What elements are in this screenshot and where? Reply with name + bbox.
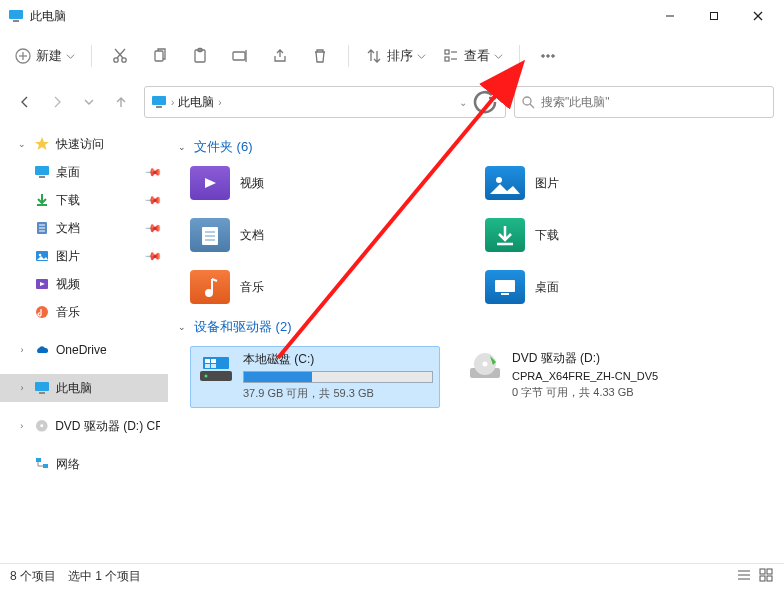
minimize-button[interactable] (648, 0, 692, 32)
details-view-button[interactable] (736, 567, 752, 586)
chevron-down-icon: ⌄ (178, 142, 190, 152)
large-icons-view-button[interactable] (758, 567, 774, 586)
svg-rect-29 (35, 166, 49, 175)
cut-button[interactable] (102, 39, 138, 73)
svg-rect-25 (152, 96, 166, 105)
sidebar-item-desktop[interactable]: 桌面 📌 (0, 158, 168, 186)
folder-label: 下载 (535, 227, 559, 244)
group-label: 设备和驱动器 (2) (194, 318, 292, 336)
title-bar: 此电脑 (0, 0, 784, 32)
nav-row: › 此电脑 › ⌄ (0, 80, 784, 124)
folder-desktop[interactable]: 桌面 (485, 270, 780, 304)
downloads-folder-icon (485, 218, 525, 252)
folder-pictures[interactable]: 图片 (485, 166, 780, 200)
svg-rect-66 (760, 569, 765, 574)
sidebar-item-videos[interactable]: 视频 (0, 270, 168, 298)
svg-point-10 (122, 58, 126, 62)
chevron-right-icon: › (171, 97, 174, 108)
recent-button[interactable] (74, 87, 104, 117)
documents-folder-icon (190, 218, 230, 252)
group-devices-header[interactable]: ⌄ 设备和驱动器 (2) (178, 318, 780, 336)
sidebar-item-downloads[interactable]: 下载 📌 (0, 186, 168, 214)
folder-music[interactable]: 音乐 (190, 270, 485, 304)
refresh-button[interactable] (471, 88, 499, 116)
sidebar-item-music[interactable]: 音乐 (0, 298, 168, 326)
svg-rect-56 (205, 359, 210, 363)
svg-rect-39 (35, 382, 49, 391)
sidebar-item-documents[interactable]: 文档 📌 (0, 214, 168, 242)
sidebar-dvd[interactable]: › DVD 驱动器 (D:) CP (0, 412, 168, 440)
folder-videos[interactable]: 视频 (190, 166, 485, 200)
copy-button[interactable] (142, 39, 178, 73)
cloud-icon (34, 342, 50, 358)
maximize-button[interactable] (692, 0, 736, 32)
dropdown-icon[interactable]: ⌄ (459, 97, 467, 108)
videos-icon (34, 276, 50, 292)
sidebar-item-pictures[interactable]: 图片 📌 (0, 242, 168, 270)
disc-icon (34, 418, 50, 434)
share-button[interactable] (262, 39, 298, 73)
rename-button[interactable] (222, 39, 258, 73)
search-box[interactable] (514, 86, 774, 118)
svg-point-38 (36, 306, 48, 318)
svg-point-45 (496, 177, 502, 183)
back-button[interactable] (10, 87, 40, 117)
sidebar-item-label: 文档 (56, 220, 80, 237)
more-button[interactable] (530, 39, 566, 73)
up-button[interactable] (106, 87, 136, 117)
group-folders-header[interactable]: ⌄ 文件夹 (6) (178, 138, 780, 156)
sidebar-network[interactable]: › 网络 (0, 450, 168, 478)
svg-rect-59 (211, 364, 216, 368)
pin-icon: 📌 (143, 218, 162, 237)
capacity-bar (243, 371, 433, 383)
sidebar-item-label: 桌面 (56, 164, 80, 181)
sidebar-thispc[interactable]: › 此电脑 (0, 374, 168, 402)
search-input[interactable] (541, 95, 767, 109)
pictures-folder-icon (485, 166, 525, 200)
folder-downloads[interactable]: 下载 (485, 218, 780, 252)
music-folder-icon (190, 270, 230, 304)
drive-info: 37.9 GB 可用，共 59.3 GB (243, 386, 433, 401)
status-item-count: 8 个项目 (10, 568, 56, 585)
sidebar-item-label: 网络 (56, 456, 80, 473)
folder-documents[interactable]: 文档 (190, 218, 485, 252)
delete-button[interactable] (302, 39, 338, 73)
sidebar-item-label: 此电脑 (56, 380, 92, 397)
svg-rect-30 (39, 176, 45, 178)
svg-rect-58 (205, 364, 210, 368)
sidebar: ⌄ 快速访问 桌面 📌 下载 📌 文档 📌 图片 📌 视频 (0, 124, 168, 563)
content-pane: ⌄ 文件夹 (6) 视频 图片 文档 下载 音乐 (168, 124, 784, 563)
sort-button[interactable]: 排序 (359, 39, 432, 73)
status-bar: 8 个项目 选中 1 个项目 (0, 563, 784, 589)
music-icon (34, 304, 50, 320)
svg-rect-16 (233, 52, 245, 60)
drive-c[interactable]: 本地磁盘 (C:) 37.9 GB 可用，共 59.3 GB (190, 346, 440, 408)
chevron-right-icon: › (16, 345, 28, 355)
sidebar-item-label: 下载 (56, 192, 80, 209)
new-button[interactable]: 新建 (8, 39, 81, 73)
view-button[interactable]: 查看 (436, 39, 509, 73)
svg-rect-57 (211, 359, 216, 363)
sort-label: 排序 (387, 47, 413, 65)
sidebar-quick-access[interactable]: ⌄ 快速访问 (0, 130, 168, 158)
sidebar-item-label: DVD 驱动器 (D:) CP (55, 418, 160, 435)
paste-button[interactable] (182, 39, 218, 73)
forward-button[interactable] (42, 87, 72, 117)
svg-rect-1 (13, 20, 19, 22)
svg-point-42 (40, 425, 43, 428)
address-bar[interactable]: › 此电脑 › ⌄ (144, 86, 506, 118)
close-button[interactable] (736, 0, 780, 32)
drive-info: 0 字节 可用，共 4.33 GB (512, 385, 704, 400)
status-selected-count: 选中 1 个项目 (68, 568, 141, 585)
chevron-down-icon: ⌄ (16, 139, 28, 149)
sidebar-onedrive[interactable]: › OneDrive (0, 336, 168, 364)
drive-d[interactable]: DVD 驱动器 (D:) CPRA_X64FRE_ZH-CN_DV5 0 字节 … (460, 346, 710, 408)
breadcrumb-root[interactable]: 此电脑 (178, 94, 214, 111)
dvd-drive-icon (466, 350, 504, 388)
folder-label: 视频 (240, 175, 264, 192)
disk-icon (197, 351, 235, 389)
sidebar-item-label: 视频 (56, 276, 80, 293)
toolbar: 新建 排序 查看 (0, 32, 784, 80)
svg-point-9 (114, 58, 118, 62)
chevron-right-icon: › (16, 383, 28, 393)
